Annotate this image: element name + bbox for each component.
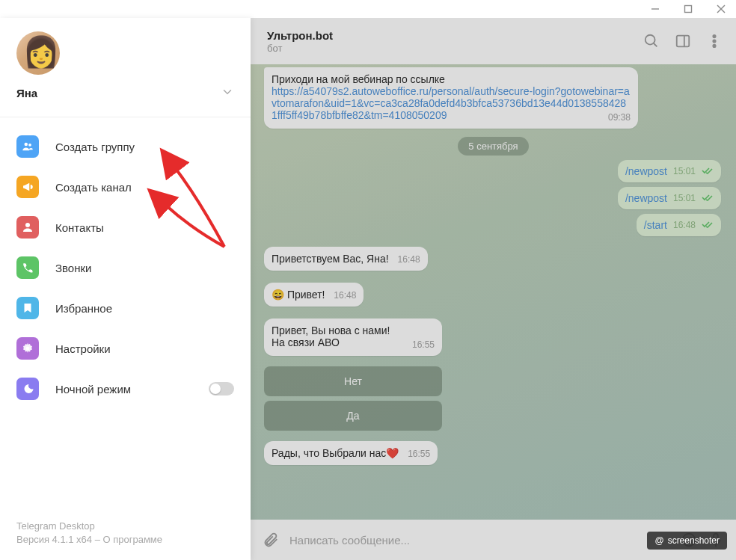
chat-header[interactable]: Ультрон.bot бот bbox=[251, 18, 736, 64]
menu-new-group[interactable]: Создать группу bbox=[0, 126, 251, 167]
menu-new-channel[interactable]: Создать канал bbox=[0, 167, 251, 207]
message-time: 16:55 bbox=[412, 339, 435, 350]
read-ticks-icon bbox=[702, 165, 714, 177]
message-time: 15:01 bbox=[673, 193, 696, 203]
menu-calls[interactable]: Звонки bbox=[0, 247, 251, 288]
svg-point-6 bbox=[25, 223, 30, 227]
menu-label: Создать группу bbox=[55, 141, 234, 153]
moon-icon bbox=[16, 378, 39, 400]
menu-list: Создать группу Создать канал Контакты Зв… bbox=[0, 120, 251, 509]
svg-point-13 bbox=[713, 40, 715, 42]
bot-button-yes[interactable]: Да bbox=[264, 401, 442, 431]
screenshoter-watermark: @ screenshoter bbox=[647, 532, 727, 550]
svg-point-14 bbox=[713, 45, 715, 47]
incoming-message[interactable]: Приветствуем Вас, Яна! 16:48 bbox=[264, 247, 428, 271]
chat-body[interactable]: Приходи на мой вебинар по ссылке https:/… bbox=[251, 64, 736, 520]
outgoing-message[interactable]: /start 16:48 bbox=[637, 214, 721, 236]
svg-rect-1 bbox=[685, 6, 692, 13]
chat-title: Ультрон.bot bbox=[267, 29, 333, 42]
menu-label: Настройки bbox=[55, 342, 234, 355]
profile-name: Яна bbox=[16, 87, 37, 99]
message-text: /start bbox=[644, 219, 667, 231]
message-time: 16:55 bbox=[408, 449, 430, 459]
incoming-message[interactable]: Рады, что Выбрали нас❤️ 16:55 bbox=[264, 441, 438, 465]
svg-point-8 bbox=[645, 35, 655, 45]
read-ticks-icon bbox=[702, 219, 714, 231]
svg-rect-10 bbox=[677, 36, 690, 47]
megaphone-icon bbox=[16, 176, 39, 198]
menu-label: Создать канал bbox=[55, 181, 234, 194]
message-text: На связи АВО bbox=[272, 336, 340, 348]
message-time: 09:38 bbox=[608, 112, 631, 123]
bookmark-icon bbox=[16, 297, 39, 319]
menu-footer: Telegram Desktop Версия 4.1.1 x64 – О пр… bbox=[0, 509, 251, 560]
outgoing-message[interactable]: /newpost 15:01 bbox=[618, 160, 721, 182]
message-text: Приветствуем Вас, Яна! bbox=[272, 253, 389, 265]
sidebar-menu: Яна Создать группу Создать канал Контакт… bbox=[0, 18, 251, 560]
window-minimize-button[interactable] bbox=[645, 1, 666, 16]
message-time: 16:48 bbox=[398, 254, 420, 265]
bot-button-no[interactable]: Нет bbox=[264, 366, 442, 396]
menu-label: Ночной режим bbox=[55, 383, 192, 396]
menu-label: Звонки bbox=[55, 262, 234, 274]
window-titlebar bbox=[0, 0, 736, 18]
gear-icon bbox=[16, 337, 39, 360]
message-text: Привет! bbox=[287, 289, 325, 301]
svg-line-9 bbox=[654, 43, 657, 47]
divider bbox=[0, 117, 251, 117]
window-close-button[interactable] bbox=[711, 1, 732, 16]
attach-icon[interactable] bbox=[263, 532, 279, 548]
outgoing-message[interactable]: /newpost 15:01 bbox=[618, 187, 721, 209]
menu-settings[interactable]: Настройки bbox=[0, 328, 251, 369]
incoming-message[interactable]: Привет, Вы нова с нами! На связи АВО 16:… bbox=[264, 319, 442, 356]
avatar[interactable] bbox=[16, 31, 60, 75]
menu-saved[interactable]: Избранное bbox=[0, 288, 251, 328]
window-maximize-button[interactable] bbox=[678, 1, 699, 16]
composer-input[interactable]: Написать сообщение... bbox=[289, 534, 670, 547]
message-text: Приходи на мой вебинар по ссылке bbox=[272, 73, 445, 85]
profile-block: Яна bbox=[0, 18, 251, 111]
chat-subtitle: бот bbox=[267, 43, 333, 54]
app-name: Telegram Desktop bbox=[16, 520, 234, 533]
message-text: Привет, Вы нова с нами! bbox=[272, 324, 390, 336]
incoming-message[interactable]: 😄 Привет! 16:48 bbox=[264, 283, 364, 307]
incoming-message[interactable]: Приходи на мой вебинар по ссылке https:/… bbox=[264, 67, 638, 129]
menu-night-mode[interactable]: Ночной режим bbox=[0, 369, 251, 409]
emoji-icon: 😄 bbox=[272, 289, 284, 301]
message-text: /newpost bbox=[625, 165, 667, 177]
chat-panel: Ультрон.bot бот Приходи на мой вебинар п… bbox=[251, 18, 736, 560]
night-mode-toggle[interactable] bbox=[209, 382, 234, 396]
search-icon[interactable] bbox=[643, 33, 660, 49]
menu-contacts[interactable]: Контакты bbox=[0, 207, 251, 247]
group-icon bbox=[16, 135, 39, 158]
message-time: 15:01 bbox=[673, 166, 696, 176]
message-link[interactable]: https://a54079s2.autoweboffice.ru/person… bbox=[272, 85, 630, 121]
at-icon: @ bbox=[654, 535, 663, 546]
svg-point-4 bbox=[25, 143, 28, 147]
menu-label: Избранное bbox=[55, 302, 234, 315]
sidepanel-icon[interactable] bbox=[675, 33, 691, 49]
svg-point-12 bbox=[713, 35, 715, 37]
message-text: Рады, что Выбрали нас bbox=[272, 447, 386, 459]
date-divider[interactable]: 5 сентября bbox=[257, 139, 730, 153]
message-time: 16:48 bbox=[334, 290, 356, 301]
app-version[interactable]: Версия 4.1.1 x64 – О программе bbox=[16, 533, 234, 547]
read-ticks-icon bbox=[702, 192, 714, 204]
message-text: /newpost bbox=[625, 192, 667, 204]
svg-point-5 bbox=[28, 144, 31, 147]
phone-icon bbox=[16, 256, 39, 279]
heart-icon: ❤️ bbox=[386, 447, 399, 459]
menu-label: Контакты bbox=[55, 221, 234, 234]
message-time: 16:48 bbox=[673, 220, 696, 230]
more-icon[interactable] bbox=[706, 33, 723, 49]
person-icon bbox=[16, 216, 39, 239]
chevron-down-icon[interactable] bbox=[221, 85, 234, 102]
